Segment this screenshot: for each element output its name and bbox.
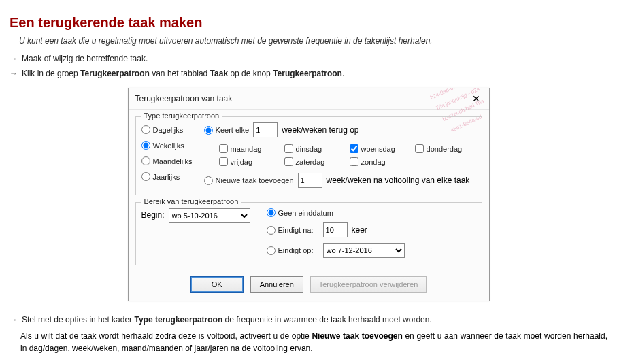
recur-every-label: Keert elke [216, 126, 250, 134]
radio-end-on[interactable]: Eindigt op: [267, 246, 314, 255]
end-after-value[interactable] [323, 222, 348, 237]
para-b: Nieuwe taak toevoegen [312, 331, 402, 341]
step-2: Klik in de groep Terugkeerpatroon van he… [10, 67, 607, 80]
end-after-suffix: keer [352, 225, 367, 235]
step-3-strong: Type terugkeerpatroon [134, 315, 222, 325]
step-2-part-g: . [342, 69, 344, 78]
new-task-suffix: week/weken na voltooiing van elke taak [327, 176, 470, 185]
range-legend: Bereik van terugkeerpatroon [141, 197, 241, 205]
check-wednesday[interactable]: woensdag [350, 144, 415, 153]
check-monday-input[interactable] [219, 144, 228, 153]
step-3-part-a: Stel met de opties in het kader [22, 315, 134, 325]
end-on-date-select[interactable]: wo 7-12-2016 [323, 243, 405, 258]
check-thursday-input[interactable] [415, 144, 424, 153]
begin-date-select[interactable]: wo 5-10-2016 [169, 208, 250, 223]
radio-recur-every[interactable]: Keert elke [204, 126, 250, 135]
check-sunday-input[interactable] [350, 157, 358, 166]
page-title: Een terugkerende taak maken [10, 15, 607, 31]
paragraph-new-task: Als u wilt dat de taak wordt herhaald zo… [20, 330, 607, 354]
check-tuesday-input[interactable] [284, 144, 293, 153]
check-sunday-label: zondag [361, 158, 386, 166]
end-after-label: Eindigt na: [278, 226, 314, 234]
step-2-strong-1: Terugkeerpatroon [80, 69, 150, 78]
check-monday-label: maandag [231, 145, 262, 153]
range-fieldset: Bereik van terugkeerpatroon Begin: wo 5-… [135, 202, 482, 265]
check-thursday[interactable]: donderdag [415, 144, 480, 153]
type-fieldset: Type terugkeerpatroon Dagelijks Wekelijk… [135, 116, 482, 195]
radio-new-task[interactable]: Nieuwe taak toevoegen [204, 176, 294, 185]
no-end-label: Geen einddatum [278, 209, 333, 217]
close-icon: ✕ [472, 93, 480, 104]
step-2-part-c: van het tabblad [150, 69, 210, 78]
check-monday[interactable]: maandag [219, 144, 284, 153]
radio-monthly-label: Maandelijks [153, 157, 193, 165]
radio-monthly-input[interactable] [141, 156, 150, 165]
type-legend: Type terugkeerpatroon [141, 112, 222, 120]
new-task-value[interactable] [298, 173, 322, 188]
check-wednesday-input[interactable] [350, 144, 358, 153]
radio-no-end-input[interactable] [267, 208, 276, 217]
check-thursday-label: donderdag [427, 145, 463, 153]
step-2-strong-2: Taak [210, 69, 228, 78]
close-button[interactable]: ✕ [469, 91, 484, 106]
step-2-part-e: op de knop [228, 69, 273, 78]
step-3-part-c: de frequentie in waarmee de taak herhaal… [222, 315, 432, 325]
check-friday-label: vrijdag [231, 158, 252, 166]
radio-daily-label: Dagelijks [153, 126, 184, 134]
check-tuesday[interactable]: dinsdag [284, 144, 350, 153]
para-a: Als u wilt dat de taak wordt herhaald zo… [20, 331, 312, 341]
radio-daily[interactable]: Dagelijks [141, 125, 193, 134]
begin-label: Begin: [141, 208, 165, 220]
radio-weekly[interactable]: Wekelijks [141, 141, 193, 150]
check-sunday[interactable]: zondag [350, 157, 415, 166]
radio-end-after[interactable]: Eindigt na: [267, 226, 314, 235]
check-tuesday-label: dinsdag [296, 145, 322, 153]
ok-button[interactable]: OK [190, 276, 244, 293]
step-1: Maak of wijzig de betreffende taak. [10, 52, 607, 65]
check-wednesday-label: woensdag [361, 145, 395, 153]
step-2-strong-3: Terugkeerpatroon [273, 69, 342, 78]
radio-end-after-input[interactable] [267, 226, 276, 235]
radio-monthly[interactable]: Maandelijks [141, 156, 193, 165]
end-on-label: Eindigt op: [278, 246, 314, 254]
radio-no-end[interactable]: Geen einddatum [267, 208, 405, 217]
radio-yearly-label: Jaarlijks [153, 173, 180, 181]
check-saturday-input[interactable] [284, 157, 293, 166]
new-task-label: Nieuwe taak toevoegen [216, 176, 294, 184]
check-saturday[interactable]: zaterdag [284, 157, 350, 166]
intro-text: U kunt een taak die u regelmatig moet ui… [19, 36, 607, 46]
radio-yearly[interactable]: Jaarlijks [141, 172, 193, 181]
radio-recur-every-input[interactable] [204, 126, 213, 135]
cancel-button[interactable]: Annuleren [250, 276, 303, 293]
recur-every-suffix: week/weken terug op [282, 125, 358, 135]
radio-new-task-input[interactable] [204, 176, 213, 185]
check-friday[interactable]: vrijdag [219, 157, 284, 166]
step-3: Stel met de opties in het kader Type ter… [10, 314, 607, 326]
radio-yearly-input[interactable] [141, 172, 150, 181]
step-2-part-a: Klik in de groep [22, 69, 80, 78]
radio-end-on-input[interactable] [267, 246, 276, 255]
recur-every-value[interactable] [253, 122, 278, 137]
dialog-title: Terugkeerpatroon van taak [135, 94, 233, 103]
recurrence-dialog: b24-0ad-0f6f-46b1-8e4a-8d Tria jongeknjg… [128, 88, 490, 301]
radio-weekly-input[interactable] [141, 141, 150, 150]
remove-recurrence-button[interactable]: Terugkeerpatroon verwijderen [310, 276, 427, 293]
radio-daily-input[interactable] [141, 125, 150, 134]
check-saturday-label: zaterdag [296, 158, 325, 166]
check-friday-input[interactable] [219, 157, 228, 166]
radio-weekly-label: Wekelijks [153, 142, 184, 150]
